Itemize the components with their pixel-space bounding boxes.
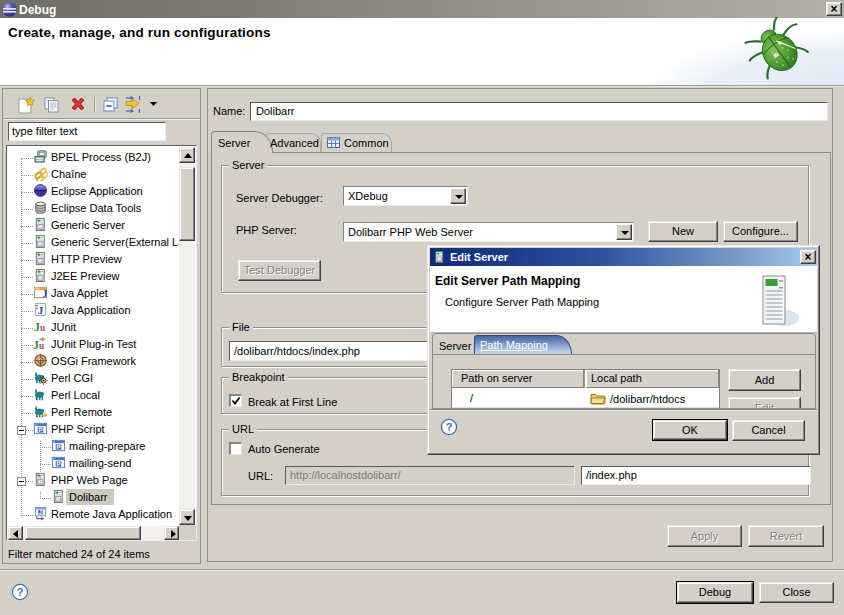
svg-text:?: ? bbox=[446, 421, 453, 433]
svg-text:?: ? bbox=[17, 586, 24, 598]
